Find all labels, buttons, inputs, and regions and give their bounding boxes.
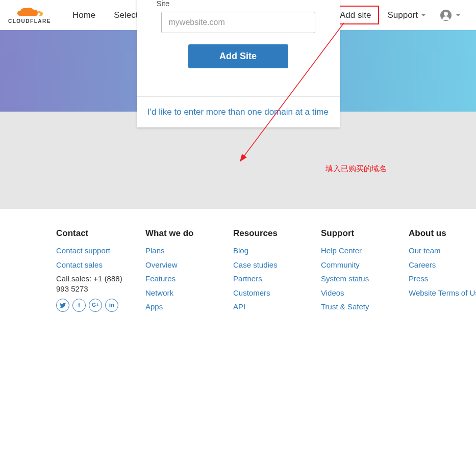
footer-link-help-center[interactable]: Help Center (321, 246, 393, 256)
footer-link-contact-sales[interactable]: Contact sales (56, 260, 130, 270)
facebook-icon[interactable]: f (72, 299, 86, 312)
multi-domain-link[interactable]: I'd like to enter more than one domain a… (147, 107, 329, 117)
social-row: f G+ in (56, 299, 130, 312)
footer-contact-heading: Contact (56, 228, 130, 239)
googleplus-icon[interactable]: G+ (89, 299, 102, 312)
linkedin-icon[interactable]: in (105, 299, 118, 312)
footer-whatwedo-heading: What we do (145, 228, 218, 239)
footer-link-terms-of-use[interactable]: Website Terms of Use (409, 288, 476, 298)
footer-link-videos[interactable]: Videos (321, 288, 393, 298)
add-site-button[interactable]: Add Site (188, 44, 288, 68)
footer-link-partners[interactable]: Partners (233, 274, 306, 284)
site-field-label: Site (157, 0, 322, 8)
footer: Contact Contact support Contact sales Ca… (0, 209, 476, 326)
footer-support-heading: Support (321, 228, 393, 239)
footer-link-contact-support[interactable]: Contact support (56, 246, 130, 256)
footer-link-trust-safety[interactable]: Trust & Safety (321, 302, 393, 312)
footer-link-case-studies[interactable]: Case studies (233, 260, 306, 270)
footer-link-customers[interactable]: Customers (233, 288, 306, 298)
footer-link-network[interactable]: Network (145, 288, 218, 298)
footer-about-heading: About us (409, 228, 476, 239)
footer-col-resources: Resources Blog Case studies Partners Cus… (233, 228, 306, 316)
footer-link-blog[interactable]: Blog (233, 246, 306, 256)
annotation-text: 填入已购买的域名 (325, 164, 387, 174)
footer-col-about: About us Our team Careers Press Website … (409, 228, 476, 316)
footer-link-careers[interactable]: Careers (409, 260, 476, 270)
footer-link-features[interactable]: Features (145, 274, 218, 284)
footer-link-press[interactable]: Press (409, 274, 476, 284)
footer-link-community[interactable]: Community (321, 260, 393, 270)
footer-col-whatwedo: What we do Plans Overview Features Netwo… (145, 228, 218, 316)
footer-call-sales: Call sales: +1 (888) 993 5273 (56, 274, 130, 295)
footer-link-overview[interactable]: Overview (145, 260, 218, 270)
twitter-icon[interactable] (56, 299, 69, 312)
footer-col-contact: Contact Contact support Contact sales Ca… (56, 228, 130, 316)
footer-link-apps[interactable]: Apps (145, 302, 218, 312)
footer-link-our-team[interactable]: Our team (409, 246, 476, 256)
footer-link-system-status[interactable]: System status (321, 274, 393, 284)
footer-resources-heading: Resources (233, 228, 306, 239)
footer-link-api[interactable]: API (233, 302, 306, 312)
site-input[interactable] (161, 12, 315, 33)
add-site-card: Add your site Cloudflare will speed up a… (137, 0, 340, 127)
footer-link-plans[interactable]: Plans (145, 246, 218, 256)
footer-col-support: Support Help Center Community System sta… (321, 228, 393, 316)
